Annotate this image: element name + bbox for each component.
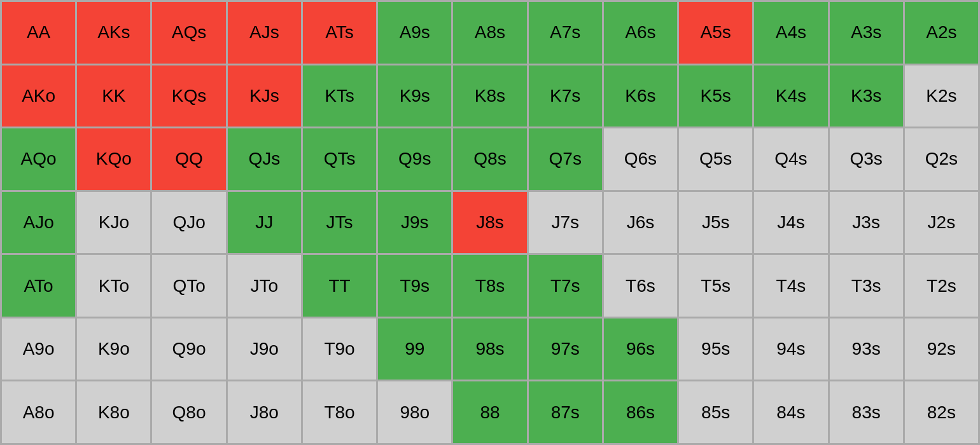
cell-t9o[interactable]: T9o xyxy=(303,318,376,380)
cell-99[interactable]: 99 xyxy=(378,318,451,380)
cell-k4s[interactable]: K4s xyxy=(754,65,827,127)
cell-kjs[interactable]: KJs xyxy=(228,65,301,127)
cell-a7s[interactable]: A7s xyxy=(529,2,602,64)
cell-k6s[interactable]: K6s xyxy=(604,65,677,127)
cell-q9s[interactable]: Q9s xyxy=(378,128,451,190)
cell-qjs[interactable]: QJs xyxy=(228,128,301,190)
cell-k9o[interactable]: K9o xyxy=(77,318,150,380)
cell-j4s[interactable]: J4s xyxy=(754,192,827,254)
cell-j3s[interactable]: J3s xyxy=(830,192,903,254)
cell-j7s[interactable]: J7s xyxy=(529,192,602,254)
cell-j9s[interactable]: J9s xyxy=(378,192,451,254)
cell-a3s[interactable]: A3s xyxy=(830,2,903,64)
cell-ato[interactable]: ATo xyxy=(2,255,75,317)
cell-93s[interactable]: 93s xyxy=(830,318,903,380)
cell-k8s[interactable]: K8s xyxy=(453,65,526,127)
cell-ats[interactable]: ATs xyxy=(303,2,376,64)
cell-j6s[interactable]: J6s xyxy=(604,192,677,254)
cell-aks[interactable]: AKs xyxy=(77,2,150,64)
cell-a9o[interactable]: A9o xyxy=(2,318,75,380)
cell-qts[interactable]: QTs xyxy=(303,128,376,190)
cell-92s[interactable]: 92s xyxy=(905,318,978,380)
cell-a8o[interactable]: A8o xyxy=(2,381,75,443)
cell-aa[interactable]: AA xyxy=(2,2,75,64)
cell-ako[interactable]: AKo xyxy=(2,65,75,127)
cell-j8s[interactable]: J8s xyxy=(453,192,526,254)
cell-k2s[interactable]: K2s xyxy=(905,65,978,127)
cell-j2s[interactable]: J2s xyxy=(905,192,978,254)
cell-jj[interactable]: JJ xyxy=(228,192,301,254)
cell-t3s[interactable]: T3s xyxy=(830,255,903,317)
cell-q5s[interactable]: Q5s xyxy=(679,128,752,190)
cell-kk[interactable]: KK xyxy=(77,65,150,127)
cell-jts[interactable]: JTs xyxy=(303,192,376,254)
cell-k5s[interactable]: K5s xyxy=(679,65,752,127)
cell-a9s[interactable]: A9s xyxy=(378,2,451,64)
cell-t2s[interactable]: T2s xyxy=(905,255,978,317)
cell-kts[interactable]: KTs xyxy=(303,65,376,127)
cell-t8s[interactable]: T8s xyxy=(453,255,526,317)
cell-a8s[interactable]: A8s xyxy=(453,2,526,64)
cell-a2s[interactable]: A2s xyxy=(905,2,978,64)
cell-84s[interactable]: 84s xyxy=(754,381,827,443)
cell-t8o[interactable]: T8o xyxy=(303,381,376,443)
cell-t5s[interactable]: T5s xyxy=(679,255,752,317)
cell-q7s[interactable]: Q7s xyxy=(529,128,602,190)
cell-qto[interactable]: QTo xyxy=(152,255,225,317)
cell-k9s[interactable]: K9s xyxy=(378,65,451,127)
cell-k3s[interactable]: K3s xyxy=(830,65,903,127)
cell-kto[interactable]: KTo xyxy=(77,255,150,317)
cell-85s[interactable]: 85s xyxy=(679,381,752,443)
cell-aqs[interactable]: AQs xyxy=(152,2,225,64)
cell-87s[interactable]: 87s xyxy=(529,381,602,443)
cell-kqo[interactable]: KQo xyxy=(77,128,150,190)
cell-a6s[interactable]: A6s xyxy=(604,2,677,64)
cell-q4s[interactable]: Q4s xyxy=(754,128,827,190)
cell-kjo[interactable]: KJo xyxy=(77,192,150,254)
cell-jto[interactable]: JTo xyxy=(228,255,301,317)
cell-j5s[interactable]: J5s xyxy=(679,192,752,254)
hand-grid: AAAKsAQsAJsATsA9sA8sA7sA6sA5sA4sA3sA2sAK… xyxy=(0,0,980,445)
cell-86s[interactable]: 86s xyxy=(604,381,677,443)
cell-k8o[interactable]: K8o xyxy=(77,381,150,443)
cell-98o[interactable]: 98o xyxy=(378,381,451,443)
cell-t9s[interactable]: T9s xyxy=(378,255,451,317)
cell-t6s[interactable]: T6s xyxy=(604,255,677,317)
cell-qjo[interactable]: QJo xyxy=(152,192,225,254)
cell-a4s[interactable]: A4s xyxy=(754,2,827,64)
cell-qq[interactable]: QQ xyxy=(152,128,225,190)
cell-j9o[interactable]: J9o xyxy=(228,318,301,380)
cell-t7s[interactable]: T7s xyxy=(529,255,602,317)
cell-88[interactable]: 88 xyxy=(453,381,526,443)
cell-t4s[interactable]: T4s xyxy=(754,255,827,317)
cell-q8s[interactable]: Q8s xyxy=(453,128,526,190)
cell-q2s[interactable]: Q2s xyxy=(905,128,978,190)
cell-q3s[interactable]: Q3s xyxy=(830,128,903,190)
cell-q8o[interactable]: Q8o xyxy=(152,381,225,443)
cell-k7s[interactable]: K7s xyxy=(529,65,602,127)
cell-kqs[interactable]: KQs xyxy=(152,65,225,127)
cell-ajo[interactable]: AJo xyxy=(2,192,75,254)
cell-j8o[interactable]: J8o xyxy=(228,381,301,443)
cell-82s[interactable]: 82s xyxy=(905,381,978,443)
cell-a5s[interactable]: A5s xyxy=(679,2,752,64)
cell-98s[interactable]: 98s xyxy=(453,318,526,380)
cell-q6s[interactable]: Q6s xyxy=(604,128,677,190)
cell-aqo[interactable]: AQo xyxy=(2,128,75,190)
cell-94s[interactable]: 94s xyxy=(754,318,827,380)
cell-96s[interactable]: 96s xyxy=(604,318,677,380)
cell-97s[interactable]: 97s xyxy=(529,318,602,380)
cell-tt[interactable]: TT xyxy=(303,255,376,317)
cell-ajs[interactable]: AJs xyxy=(228,2,301,64)
cell-83s[interactable]: 83s xyxy=(830,381,903,443)
cell-q9o[interactable]: Q9o xyxy=(152,318,225,380)
cell-95s[interactable]: 95s xyxy=(679,318,752,380)
